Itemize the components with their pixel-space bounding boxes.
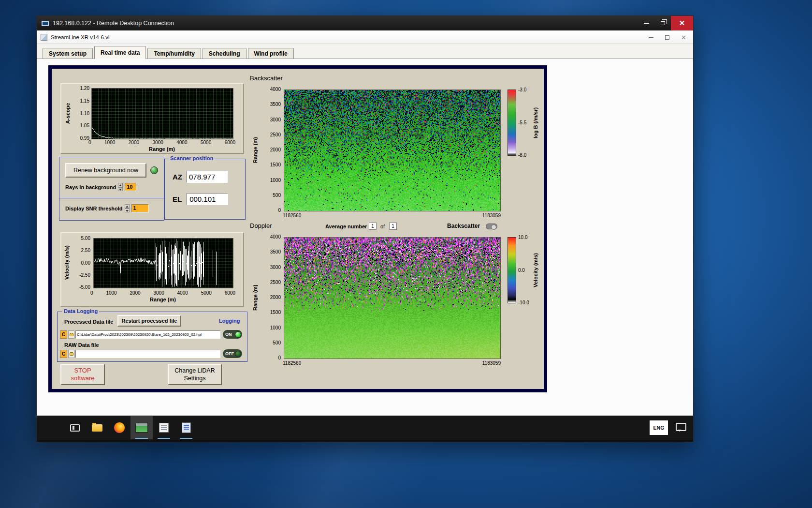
tick-label: 500	[273, 193, 281, 198]
tick-label: 5.00	[81, 236, 90, 241]
tick-label: 2000	[130, 290, 140, 296]
file-explorer-button[interactable]	[86, 416, 108, 439]
raw-logging-toggle[interactable]: OFF	[223, 349, 242, 358]
file-explorer-icon	[92, 424, 102, 432]
tick-label: 5000	[201, 140, 211, 145]
rdp-window: 192.168.0.122 - Remote Desktop Connectio…	[36, 15, 694, 442]
scan-scheduler-button[interactable]	[153, 416, 175, 439]
rays-value-field[interactable]: 10	[125, 183, 136, 191]
tick-label: 5000	[201, 290, 212, 296]
tick-label: 10.0	[518, 235, 527, 240]
tick-label: 1500	[270, 162, 281, 167]
raw-path-browse-icon[interactable]	[68, 350, 74, 358]
tab-bar: System setup Real time data Temp/humidit…	[37, 44, 693, 59]
app-icon	[41, 34, 47, 41]
feedback-chat-icon[interactable]	[676, 423, 686, 431]
close-icon: ✕	[679, 19, 685, 28]
stop-button-line1: STOP	[74, 367, 91, 374]
tab-scheduling[interactable]: Scheduling	[203, 48, 246, 59]
rdp-titlebar[interactable]: 192.168.0.122 - Remote Desktop Connectio…	[37, 16, 693, 30]
backscatter-heatmap	[284, 90, 501, 211]
rdp-window-controls: ✕	[638, 16, 693, 30]
rays-spinner[interactable]	[118, 183, 123, 191]
firefox-button[interactable]	[108, 416, 130, 439]
tick-label: -3.0	[518, 87, 526, 92]
remote-session-area: StreamLine XR v14-6.vi ✕ System setup Re…	[37, 30, 693, 442]
active-app-button[interactable]	[130, 416, 153, 439]
on-lamp-icon	[235, 331, 241, 338]
tick-label: 1000	[270, 325, 281, 330]
tick-label: 0	[278, 355, 281, 360]
tick-label: 1000	[104, 140, 115, 145]
velocity-y-axis-label: Velocity (m/s)	[63, 238, 70, 287]
tick-label: 3000	[153, 140, 163, 145]
task-view-icon	[70, 424, 80, 432]
raw-data-file-label: RAW Data file	[64, 342, 99, 348]
tick-label: 3000	[270, 265, 281, 270]
processed-path-browse-icon[interactable]	[68, 330, 74, 339]
velocity-x-axis-label: Range (m)	[93, 297, 232, 302]
scan-scheduler-icon	[159, 423, 169, 433]
ascope-y-axis-label: A-scope	[64, 88, 71, 138]
tick-label: 2000	[129, 140, 139, 145]
tick-label: 3000	[154, 290, 164, 296]
velocity-y-axis: 5.002.500.00-2.50-5.00	[72, 236, 90, 290]
processed-path-field[interactable]: C:\Lidar\Data\Proc\2023\202309\20230920\…	[75, 330, 220, 339]
processed-data-file-label: Processed Data file	[64, 319, 114, 325]
backscatter-title: Backscatter	[250, 75, 283, 82]
app-titlebar[interactable]: StreamLine XR v14-6.vi ✕	[37, 30, 693, 44]
rdp-window-title: 192.168.0.122 - Remote Desktop Connectio…	[53, 20, 174, 27]
ascope-y-axis: 1.201.151.101.050.99	[73, 86, 89, 141]
doppler-y-axis-label: Range (m)	[252, 237, 259, 358]
processed-logging-toggle[interactable]: ON	[223, 330, 242, 339]
tick-label: -10.0	[518, 300, 529, 305]
app-close-icon[interactable]: ✕	[681, 34, 686, 41]
el-value-field: 000.101	[187, 193, 228, 205]
rdp-restore-button[interactable]	[654, 16, 671, 30]
renew-background-button[interactable]: Renew background now	[65, 163, 146, 178]
restart-processed-file-button[interactable]: Restart processed file	[117, 315, 181, 327]
tick-label: 500	[273, 340, 281, 345]
doppler-colorbar-label: Velocity (m/s)	[532, 237, 539, 303]
ascope-plot	[91, 88, 233, 139]
doppler-y-axis: 40003500300025002000150010005000	[261, 234, 281, 360]
language-indicator[interactable]: ENG	[650, 420, 668, 435]
minimize-icon	[644, 23, 649, 24]
tick-label: 2000	[270, 147, 281, 152]
az-label: AZ	[173, 173, 182, 181]
renew-background-led	[150, 166, 158, 174]
raw-drive-selector[interactable]: C	[60, 350, 67, 358]
rdp-close-button[interactable]: ✕	[671, 16, 693, 30]
tick-label: 1000	[270, 178, 281, 183]
rdp-minimize-button[interactable]	[638, 16, 654, 30]
folder-icon	[70, 353, 73, 356]
tab-real-time-data[interactable]: Real time data	[94, 46, 146, 59]
app-maximize-icon[interactable]	[665, 35, 669, 40]
rays-in-background-label: Rays in background	[65, 184, 116, 190]
tab-wind-profile[interactable]: Wind profile	[248, 48, 294, 59]
taskbar-icons	[64, 416, 197, 439]
tick-label: 3500	[270, 102, 281, 107]
desktop-background: 192.168.0.122 - Remote Desktop Connectio…	[0, 0, 812, 508]
task-view-button[interactable]	[64, 416, 86, 439]
tick-label: 0	[88, 140, 91, 145]
snr-value-field[interactable]: 1	[131, 204, 149, 212]
tick-label: 4000	[270, 234, 281, 239]
stop-button-line2: software	[71, 374, 94, 382]
processed-drive-selector[interactable]: C	[60, 330, 67, 339]
document-app-button[interactable]	[175, 416, 197, 439]
tab-temp-humidity[interactable]: Temp/humidity	[147, 48, 201, 59]
tick-label: 0.00	[81, 260, 90, 266]
scanner-position-title: Scanner position	[169, 155, 215, 161]
tick-label: -2.50	[79, 272, 90, 278]
tick-label: 1.20	[80, 86, 89, 91]
tab-system-setup[interactable]: System setup	[43, 48, 93, 59]
change-lidar-settings-button[interactable]: Change LiDAR Settings	[168, 364, 222, 385]
change-button-line2: Settings	[184, 374, 205, 382]
snr-spinner[interactable]	[125, 204, 130, 212]
off-lamp-icon	[235, 351, 241, 357]
app-minimize-icon[interactable]	[649, 37, 653, 38]
stop-software-button[interactable]: STOP software	[60, 364, 105, 385]
raw-path-field[interactable]	[75, 350, 220, 358]
tick-label: 1183059	[482, 213, 501, 218]
